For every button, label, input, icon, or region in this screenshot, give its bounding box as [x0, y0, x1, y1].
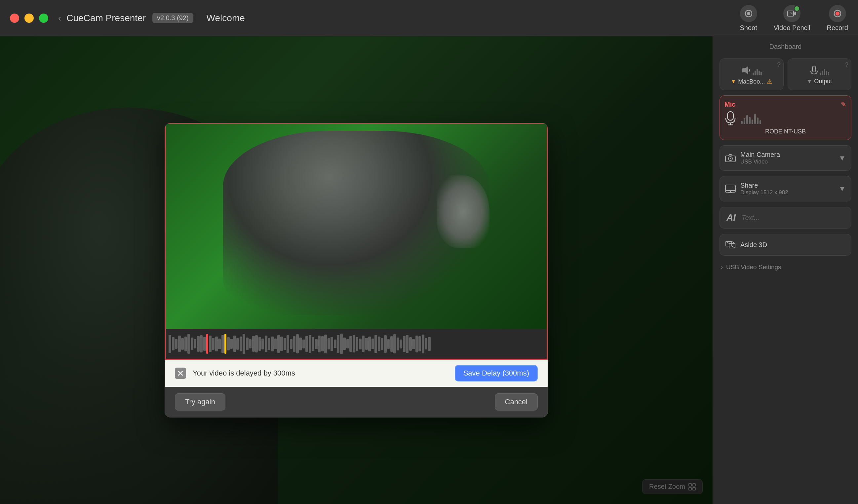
modal-video-container: [165, 123, 547, 360]
svg-point-1: [747, 12, 750, 15]
cancel-button[interactable]: Cancel: [495, 393, 538, 410]
hand-silhouette: [436, 175, 490, 248]
input-help-button[interactable]: ?: [845, 62, 848, 68]
welcome-label: Welcome: [207, 13, 245, 23]
main-content: Reset Zoom: [0, 36, 858, 504]
input-icon-bars: [809, 63, 829, 75]
text-card[interactable]: AI Text...: [719, 207, 852, 229]
titlebar: ‹ CueCam Presenter v2.0.3 (92) Welcome S…: [0, 0, 858, 36]
close-button[interactable]: [10, 14, 19, 23]
dashboard-label: Dashboard: [719, 43, 852, 50]
svg-rect-16: [728, 112, 733, 120]
share-icon: [725, 185, 736, 193]
mic-card: Mic ✎: [719, 95, 852, 140]
input-device-name-row: ▼ Output: [807, 78, 832, 85]
output-device-name: MacBoo...: [738, 78, 765, 85]
maximize-button[interactable]: [39, 14, 48, 23]
record-button[interactable]: Record: [827, 5, 848, 32]
minimize-button[interactable]: [25, 14, 34, 23]
camera-sub: USB Video: [740, 159, 834, 165]
input-dropdown-icon: ▼: [807, 79, 812, 84]
delay-close-button[interactable]: [175, 368, 186, 379]
video-area: Reset Zoom: [0, 36, 713, 504]
svg-line-4: [791, 12, 793, 14]
share-sub: Display 1512 x 982: [740, 189, 834, 196]
svg-marker-3: [794, 12, 796, 16]
output-icon-bars: [741, 63, 762, 75]
warning-icon: ⚠: [767, 78, 772, 85]
usb-settings-item[interactable]: › USB Video Settings: [719, 261, 852, 274]
mic-body: [725, 111, 846, 126]
audio-output-card: ? ▼ MacBoo...: [719, 59, 784, 90]
output-dropdown-icon: ▼: [731, 79, 736, 84]
camera-icon: [725, 154, 736, 162]
timeline-bars: [169, 334, 544, 354]
mic-label: Mic: [725, 101, 735, 108]
right-sidebar: Dashboard ?: [713, 36, 858, 504]
shoot-icon: [740, 5, 757, 22]
aside-3d-icon: [725, 240, 736, 250]
aside-3d-label: Aside 3D: [740, 241, 767, 249]
back-arrow-icon[interactable]: ‹: [58, 13, 61, 23]
svg-point-21: [730, 158, 731, 159]
share-name: Share: [740, 182, 834, 189]
toolbar-right: Shoot Video Pencil Record: [730, 0, 858, 36]
speaker-icon: [741, 65, 751, 75]
close-icon: [178, 371, 183, 376]
version-badge: v2.0.3 (92): [153, 13, 193, 23]
delay-message: Your video is delayed by 300ms: [193, 369, 448, 377]
output-device-name-row: ▼ MacBoo... ⚠: [731, 78, 772, 85]
try-again-button[interactable]: Try again: [175, 393, 225, 410]
ai-text-icon: AI: [725, 212, 737, 223]
usb-settings-chevron-icon: ›: [721, 264, 723, 271]
mic-icon: [725, 111, 736, 126]
svg-rect-14: [812, 66, 816, 72]
svg-point-6: [836, 12, 840, 16]
main-camera-card[interactable]: Main Camera USB Video ▼: [719, 145, 852, 171]
record-label: Record: [827, 24, 848, 32]
share-card[interactable]: Share Display 1512 x 982 ▼: [719, 176, 852, 201]
share-dropdown-icon[interactable]: ▼: [839, 185, 846, 193]
modal-video-preview: [166, 124, 547, 329]
video-pencil-label: Video Pencil: [774, 24, 810, 32]
output-help-button[interactable]: ?: [777, 62, 780, 68]
mic-edit-icon[interactable]: ✎: [841, 100, 846, 108]
mic-header: Mic ✎: [725, 100, 846, 108]
svg-rect-2: [788, 11, 794, 16]
text-placeholder: Text...: [742, 214, 760, 222]
video-pencil-button[interactable]: Video Pencil: [774, 5, 810, 32]
mic-level-bars: [741, 112, 846, 124]
video-pencil-icon: [783, 5, 800, 22]
input-device-name: Output: [814, 78, 832, 85]
modal-overlay: Your video is delayed by 300ms Save Dela…: [0, 36, 713, 504]
aside-3d-card[interactable]: Aside 3D: [719, 234, 852, 256]
camera-info: Main Camera USB Video: [740, 151, 834, 165]
audio-input-card: ? ▼ O: [788, 59, 852, 90]
share-info: Share Display 1512 x 982: [740, 182, 834, 196]
save-delay-button[interactable]: Save Delay (300ms): [455, 365, 538, 381]
audio-devices-row: ? ▼ MacBoo...: [719, 59, 852, 90]
app-name: CueCam Presenter: [66, 13, 146, 23]
shoot-label: Shoot: [740, 24, 757, 32]
svg-marker-13: [743, 67, 748, 74]
shoot-button[interactable]: Shoot: [740, 5, 757, 32]
modal-footer: Try again Cancel: [165, 387, 547, 417]
delay-notification-bar: Your video is delayed by 300ms Save Dela…: [165, 360, 547, 387]
delay-modal: Your video is delayed by 300ms Save Dela…: [164, 123, 548, 418]
traffic-lights: [10, 14, 48, 23]
usb-settings-label: USB Video Settings: [726, 263, 781, 271]
timeline-strip[interactable]: [166, 329, 547, 359]
camera-dropdown-icon[interactable]: ▼: [839, 154, 846, 162]
microphone-icon: [809, 65, 819, 75]
mic-device-name: RODE NT-USB: [765, 128, 806, 135]
record-icon: [829, 5, 846, 22]
camera-name: Main Camera: [740, 151, 834, 159]
